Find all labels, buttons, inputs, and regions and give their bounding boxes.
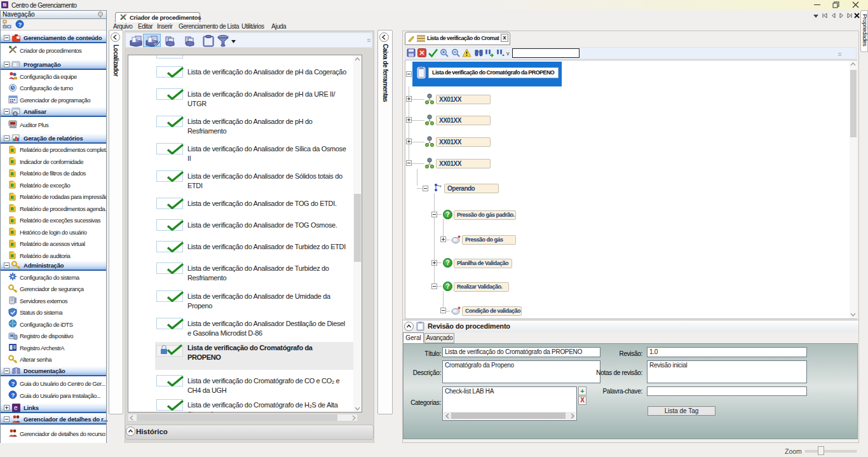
svg-text:e: e (14, 404, 18, 411)
svg-text:?: ? (11, 379, 15, 386)
svg-text:?: ? (18, 21, 22, 28)
svg-text:?: ? (11, 392, 15, 399)
